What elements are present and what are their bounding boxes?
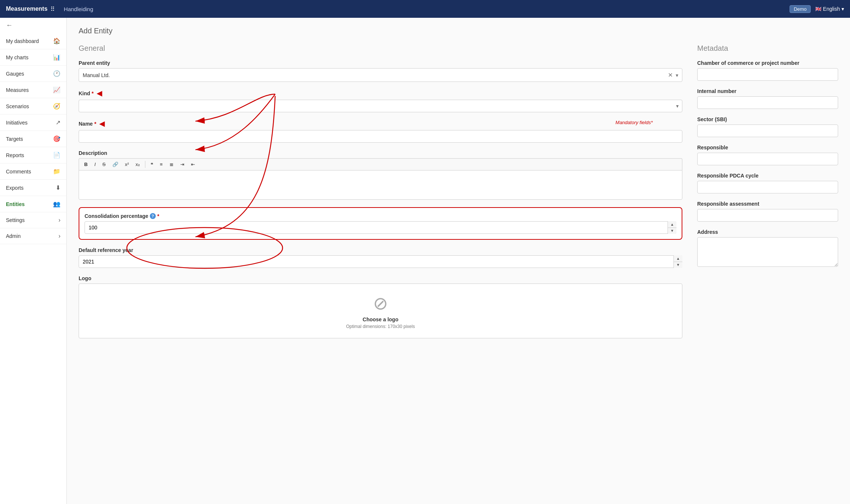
responsible-pdca-input[interactable] — [697, 181, 838, 193]
sidebar: ← My dashboard 🏠 My charts 📊 Gauges 🕐 Me… — [0, 18, 67, 504]
sector-field: Sector (SBI) — [697, 116, 838, 137]
home-icon: 🏠 — [53, 37, 60, 44]
parent-entity-clear-button[interactable]: ✕ — [668, 72, 673, 79]
sidebar-item-initiatives[interactable]: Initiatives ↗ — [0, 115, 66, 131]
kind-label: Kind * ◀ — [79, 89, 682, 97]
rte-ordered-list-button[interactable]: ≣ — [167, 160, 177, 169]
general-section-title: General — [79, 44, 682, 53]
general-section: General Parent entity Manual Ltd. ✕ ▾ — [79, 44, 682, 346]
kind-select-wrapper: ▾ — [79, 100, 682, 112]
handleiding-link[interactable]: Handleiding — [64, 6, 790, 12]
logo-label: Logo — [79, 275, 682, 281]
sidebar-item-scenarios[interactable]: Scenarios 🧭 — [0, 98, 66, 115]
kind-arrow-indicator: ◀ — [97, 89, 102, 97]
sidebar-item-measures[interactable]: Measures 📈 — [0, 82, 66, 98]
rte-subscript-button[interactable]: x₂ — [133, 160, 143, 169]
rte-link-button[interactable]: 🔗 — [109, 160, 121, 169]
sidebar-item-targets[interactable]: Targets 🎯 — [0, 131, 66, 147]
description-input[interactable] — [79, 170, 682, 200]
ref-year-decrement-button[interactable]: ▼ — [674, 262, 682, 268]
grid-icon[interactable]: ⠿ — [50, 6, 55, 13]
rte-strikethrough-button[interactable]: S — [99, 160, 109, 169]
rte-quote-button[interactable]: ❝ — [148, 160, 156, 169]
internal-number-label: Internal number — [697, 88, 838, 94]
sidebar-label-my-dashboard: My dashboard — [6, 38, 39, 44]
responsible-label: Responsible — [697, 145, 838, 150]
rte-indent-button[interactable]: ⇥ — [177, 160, 187, 169]
content-grid: General Parent entity Manual Ltd. ✕ ▾ — [79, 44, 838, 346]
sidebar-label-reports: Reports — [6, 152, 24, 158]
consolidation-increment-button[interactable]: ▲ — [668, 221, 676, 228]
language-selector[interactable]: 🇬🇧 English ▾ — [815, 6, 844, 12]
brand-name: Measurements — [6, 6, 47, 12]
ref-year-spinners: ▲ ▼ — [673, 255, 682, 268]
consolidation-input[interactable] — [85, 221, 676, 234]
topnav-right: Demo 🇬🇧 English ▾ — [790, 5, 844, 13]
sidebar-label-exports: Exports — [6, 185, 23, 191]
settings-chevron-icon: › — [59, 217, 60, 223]
sidebar-item-exports[interactable]: Exports ⬇ — [0, 180, 66, 196]
page-title: Add Entity — [79, 27, 838, 35]
internal-number-input[interactable] — [697, 96, 838, 109]
sector-input[interactable] — [697, 125, 838, 137]
logo-group: Logo ⊘ Choose a logo Optimal dimensions:… — [79, 275, 682, 338]
responsible-input[interactable] — [697, 153, 838, 165]
sidebar-label-entities: Entities — [6, 201, 25, 207]
responsible-field: Responsible — [697, 145, 838, 165]
address-label: Address — [697, 229, 838, 235]
kind-select[interactable] — [79, 100, 682, 112]
parent-entity-label: Parent entity — [79, 60, 682, 66]
sidebar-collapse-button[interactable]: ← — [0, 18, 66, 33]
sidebar-item-my-dashboard[interactable]: My dashboard 🏠 — [0, 33, 66, 49]
language-label: English — [823, 6, 840, 12]
flag-icon: 🇬🇧 — [815, 6, 821, 12]
address-input[interactable] — [697, 237, 838, 267]
chamber-input[interactable] — [697, 68, 838, 81]
chart-icon: 📊 — [53, 54, 60, 61]
parent-entity-chevron-icon: ▾ — [676, 72, 678, 78]
sector-label: Sector (SBI) — [697, 116, 838, 122]
sidebar-label-scenarios: Scenarios — [6, 103, 29, 109]
logo-upload-area[interactable]: ⊘ Choose a logo Optimal dimensions: 170x… — [79, 284, 682, 338]
rte-superscript-button[interactable]: x² — [122, 160, 132, 169]
ref-year-group: Default reference year ▲ ▼ — [79, 247, 682, 268]
address-field: Address — [697, 229, 838, 268]
consolidation-input-wrapper: ▲ ▼ — [85, 221, 676, 234]
ref-year-input-wrapper: ▲ ▼ — [79, 255, 682, 268]
rte-bold-button[interactable]: B — [81, 160, 90, 169]
sidebar-item-entities[interactable]: Entities 👥 — [0, 196, 66, 212]
ref-year-input[interactable] — [79, 255, 682, 268]
name-group: Name * ◀ — [79, 120, 682, 143]
rte-italic-button[interactable]: I — [91, 160, 99, 169]
sidebar-item-settings[interactable]: Settings › — [0, 212, 66, 228]
rte-outdent-button[interactable]: ⇤ — [188, 160, 198, 169]
sidebar-item-comments[interactable]: Comments 📁 — [0, 163, 66, 180]
sidebar-label-initiatives: Initiatives — [6, 120, 27, 126]
consolidation-required-star: * — [157, 213, 159, 219]
sidebar-item-my-charts[interactable]: My charts 📊 — [0, 49, 66, 66]
sidebar-item-admin[interactable]: Admin › — [0, 228, 66, 244]
target-icon: 🎯 — [53, 135, 60, 142]
admin-chevron-icon: › — [59, 233, 60, 239]
metadata-section-title: Metadata — [697, 44, 838, 53]
ref-year-label: Default reference year — [79, 247, 682, 253]
rte-unordered-list-button[interactable]: ≡ — [157, 160, 166, 169]
responsible-assessment-field: Responsible assessment — [697, 201, 838, 222]
name-required-star: * — [94, 121, 96, 127]
no-image-icon: ⊘ — [88, 293, 673, 314]
gauge-icon: 🕐 — [53, 70, 60, 77]
sidebar-item-reports[interactable]: Reports 📄 — [0, 147, 66, 163]
responsible-assessment-input[interactable] — [697, 209, 838, 222]
consolidation-help-icon[interactable]: ? — [150, 213, 156, 219]
sidebar-label-my-charts: My charts — [6, 54, 29, 60]
parent-entity-select[interactable]: Manual Ltd. ✕ ▾ — [79, 68, 682, 82]
responsible-pdca-label: Responsible PDCA cycle — [697, 173, 838, 179]
rte-divider — [145, 161, 145, 168]
name-input[interactable] — [79, 130, 682, 143]
sidebar-item-gauges[interactable]: Gauges 🕐 — [0, 66, 66, 82]
ref-year-increment-button[interactable]: ▲ — [674, 255, 682, 262]
consolidation-decrement-button[interactable]: ▼ — [668, 228, 676, 234]
parent-entity-value: Manual Ltd. — [83, 72, 668, 78]
chamber-field: Chamber of commerce or project number — [697, 60, 838, 81]
sidebar-label-comments: Comments — [6, 169, 31, 175]
